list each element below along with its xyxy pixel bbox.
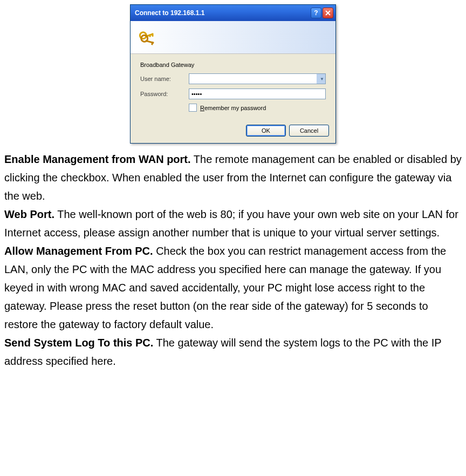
ok-button[interactable]: OK: [246, 125, 286, 137]
dialog-body: Broadband Gateway User name: ▼ Password:…: [131, 54, 335, 119]
window-title: Connect to 192.168.1.1: [135, 9, 310, 17]
username-select-wrap: ▼: [189, 73, 326, 84]
remember-label: Remember my password: [200, 105, 266, 111]
password-row: Password:: [140, 89, 326, 99]
paragraph-allowpc: Allow Management From PC. Check the box …: [4, 242, 462, 334]
titlebar: Connect to 192.168.1.1 ?: [131, 5, 335, 21]
remember-row: Remember my password: [189, 104, 326, 112]
close-icon: [325, 10, 331, 16]
button-row: OK Cancel: [131, 119, 335, 143]
paragraph-wan: Enable Management from WAN port. The rem…: [4, 150, 462, 205]
remember-checkbox[interactable]: [189, 104, 197, 112]
username-row: User name: ▼: [140, 73, 326, 84]
username-input[interactable]: [189, 73, 326, 84]
password-input[interactable]: [189, 89, 326, 99]
paragraph-webport: Web Port. The well-known port of the web…: [4, 205, 462, 242]
username-label: User name:: [140, 76, 189, 82]
keys-icon: [137, 26, 159, 48]
cancel-button[interactable]: Cancel: [289, 125, 329, 137]
auth-dialog: Connect to 192.168.1.1 ?: [130, 4, 336, 144]
paragraph-syslog: Send System Log To this PC. The gateway …: [4, 334, 462, 370]
dialog-screenshot-container: Connect to 192.168.1.1 ?: [4, 4, 462, 144]
password-label: Password:: [140, 91, 189, 97]
dialog-banner: [131, 21, 335, 54]
help-button[interactable]: ?: [311, 8, 321, 18]
document-text: Enable Management from WAN port. The rem…: [4, 150, 462, 370]
close-button[interactable]: [323, 8, 333, 18]
realm-text: Broadband Gateway: [140, 62, 326, 68]
